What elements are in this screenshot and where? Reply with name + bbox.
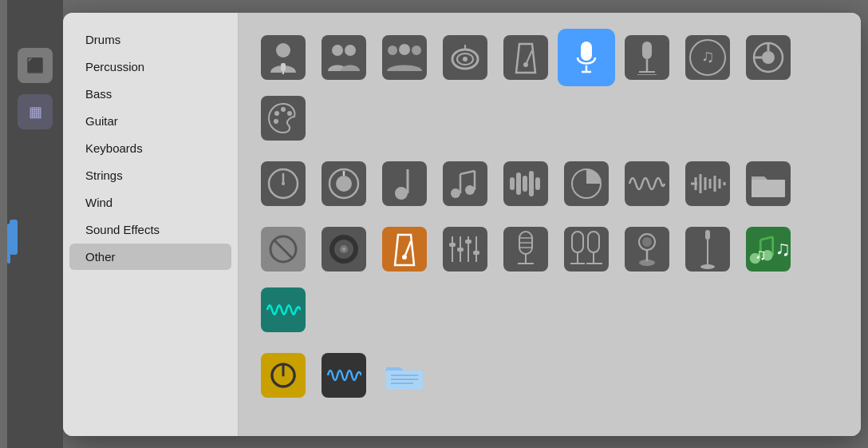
tall-mic-stand-cell[interactable] bbox=[679, 220, 736, 278]
svg-text:♫: ♫ bbox=[701, 46, 715, 66]
svg-marker-12 bbox=[516, 44, 535, 73]
svg-point-0 bbox=[276, 43, 290, 57]
svg-rect-49 bbox=[535, 177, 540, 190]
svg-line-62 bbox=[274, 240, 293, 259]
svg-rect-15 bbox=[581, 42, 592, 61]
svg-point-96 bbox=[700, 264, 715, 269]
dish-icon-cell[interactable] bbox=[436, 29, 494, 86]
svg-rect-94 bbox=[705, 230, 710, 240]
desk-mic-cell[interactable] bbox=[618, 220, 676, 278]
icon-grid-area: ♫ bbox=[239, 13, 861, 436]
svg-point-5 bbox=[388, 46, 397, 55]
svg-point-6 bbox=[399, 44, 410, 55]
svg-point-36 bbox=[336, 176, 352, 192]
svg-line-44 bbox=[460, 171, 475, 174]
svg-line-68 bbox=[404, 241, 411, 257]
mic-selected-cell[interactable] bbox=[558, 29, 615, 86]
svg-line-101 bbox=[760, 236, 772, 240]
svg-point-69 bbox=[402, 255, 407, 260]
svg-point-41 bbox=[465, 185, 475, 195]
svg-rect-76 bbox=[465, 240, 471, 244]
icon-row-2 bbox=[254, 155, 845, 212]
svg-rect-47 bbox=[523, 176, 527, 192]
svg-rect-75 bbox=[457, 248, 464, 252]
sidebar-item-sound-effects[interactable]: Sound Effects bbox=[69, 216, 231, 243]
sound-wave-cell[interactable] bbox=[618, 155, 676, 212]
knob-cell[interactable] bbox=[315, 155, 373, 212]
sidebar-item-bass[interactable]: Bass bbox=[69, 81, 231, 107]
svg-rect-77 bbox=[473, 251, 479, 255]
blue-folder-cell[interactable] bbox=[376, 347, 433, 404]
mixer-cell[interactable] bbox=[436, 220, 494, 278]
category-sidebar: Drums Percussion Bass Guitar Keyboards S… bbox=[63, 13, 239, 436]
sidebar-item-other[interactable]: Other bbox=[69, 244, 231, 270]
sidebar-item-drums[interactable]: Drums bbox=[69, 26, 231, 53]
icon-row-4 bbox=[254, 347, 845, 404]
palette-cell[interactable] bbox=[254, 89, 312, 147]
folder-cell[interactable] bbox=[740, 155, 797, 212]
svg-point-93 bbox=[639, 260, 655, 266]
sidebar-item-guitar[interactable]: Guitar bbox=[69, 108, 231, 134]
sidebar-item-wind[interactable]: Wind bbox=[69, 189, 231, 216]
mic-stand-cell[interactable] bbox=[618, 29, 676, 86]
svg-rect-45 bbox=[510, 177, 515, 190]
svg-point-28 bbox=[274, 111, 279, 116]
svg-point-30 bbox=[287, 111, 292, 116]
app-sidebar-icon-1[interactable]: ⬛ bbox=[18, 48, 53, 83]
dark-wave-cell[interactable] bbox=[315, 347, 373, 404]
plugin-cell[interactable] bbox=[740, 29, 797, 86]
svg-marker-67 bbox=[395, 235, 414, 265]
teal-wave-cell[interactable] bbox=[254, 281, 312, 339]
svg-rect-60 bbox=[752, 180, 785, 197]
svg-rect-106 bbox=[386, 371, 423, 390]
sidebar-item-percussion[interactable]: Percussion bbox=[69, 54, 231, 80]
svg-point-4 bbox=[345, 45, 356, 56]
svg-rect-1 bbox=[281, 63, 286, 71]
clock-cell[interactable] bbox=[254, 155, 312, 212]
voice-level-cell[interactable] bbox=[679, 155, 736, 212]
svg-point-29 bbox=[281, 107, 286, 112]
mic-blue-icon bbox=[10, 220, 18, 255]
svg-rect-74 bbox=[449, 243, 456, 247]
svg-point-91 bbox=[642, 237, 652, 247]
svg-point-38 bbox=[395, 187, 408, 200]
metronome-orange-cell[interactable] bbox=[376, 220, 433, 278]
svg-point-66 bbox=[342, 248, 345, 251]
svg-point-14 bbox=[523, 62, 528, 67]
waveform-bars-cell[interactable] bbox=[497, 155, 554, 212]
svg-rect-85 bbox=[588, 232, 599, 252]
duo-icon-cell[interactable] bbox=[315, 29, 373, 86]
person-mic-icon-cell[interactable] bbox=[254, 29, 312, 86]
svg-rect-46 bbox=[516, 172, 521, 195]
svg-point-7 bbox=[412, 46, 421, 55]
group-icon-cell[interactable] bbox=[376, 29, 433, 86]
sidebar-item-strings[interactable]: Strings bbox=[69, 162, 231, 188]
green-music-cell[interactable]: ♫ ♫ bbox=[740, 220, 797, 278]
svg-point-10 bbox=[463, 57, 468, 61]
svg-rect-18 bbox=[642, 42, 652, 59]
svg-point-3 bbox=[332, 45, 343, 56]
double-note-cell[interactable] bbox=[436, 155, 494, 212]
svg-point-25 bbox=[762, 51, 775, 64]
music-note-cell[interactable]: ♫ bbox=[679, 29, 736, 86]
app-sidebar-icon-2[interactable]: ▦ bbox=[18, 94, 53, 129]
yellow-power-cell[interactable] bbox=[254, 347, 312, 404]
svg-point-31 bbox=[274, 119, 278, 124]
icon-row-3: ♫ ♫ bbox=[254, 220, 845, 339]
svg-rect-48 bbox=[529, 171, 534, 196]
pie-timer-cell[interactable] bbox=[558, 155, 615, 212]
disabled-cell[interactable] bbox=[254, 220, 312, 278]
sidebar-item-keyboards[interactable]: Keyboards bbox=[69, 135, 231, 161]
speaker-cell[interactable] bbox=[315, 220, 373, 278]
icon-row-1: ♫ bbox=[254, 29, 845, 147]
metronome-icon-cell[interactable] bbox=[497, 29, 554, 86]
condenser-mic-cell[interactable] bbox=[497, 220, 554, 278]
svg-rect-84 bbox=[572, 232, 583, 252]
dual-condenser-cell[interactable] bbox=[558, 220, 615, 278]
quarter-note-cell[interactable] bbox=[376, 155, 433, 212]
svg-point-40 bbox=[451, 188, 460, 198]
svg-text:♫: ♫ bbox=[755, 246, 766, 263]
svg-point-34 bbox=[282, 182, 285, 185]
